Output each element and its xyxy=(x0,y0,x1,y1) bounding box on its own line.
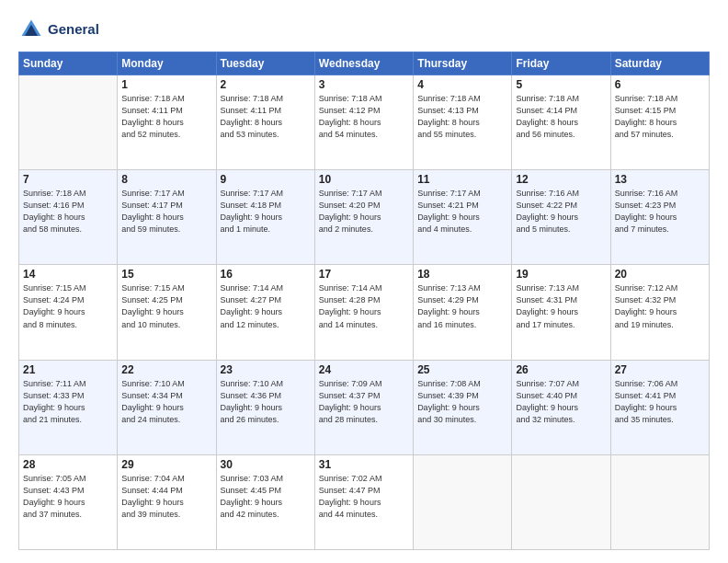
weekday-header-row: SundayMondayTuesdayWednesdayThursdayFrid… xyxy=(19,52,710,75)
calendar-cell: 27Sunrise: 7:06 AMSunset: 4:41 PMDayligh… xyxy=(610,360,709,454)
day-number: 3 xyxy=(319,78,409,91)
day-info: Sunrise: 7:07 AMSunset: 4:40 PMDaylight:… xyxy=(516,378,606,426)
day-info: Sunrise: 7:17 AMSunset: 4:21 PMDaylight:… xyxy=(417,188,507,236)
calendar-cell: 18Sunrise: 7:13 AMSunset: 4:29 PMDayligh… xyxy=(414,265,512,360)
day-number: 1 xyxy=(121,78,211,91)
weekday-header-saturday: Saturday xyxy=(610,52,709,75)
day-info: Sunrise: 7:13 AMSunset: 4:29 PMDaylight:… xyxy=(417,282,507,330)
calendar-cell: 9Sunrise: 7:17 AMSunset: 4:18 PMDaylight… xyxy=(216,170,314,265)
day-info: Sunrise: 7:18 AMSunset: 4:11 PMDaylight:… xyxy=(221,93,311,141)
weekday-header-sunday: Sunday xyxy=(19,52,118,75)
day-number: 20 xyxy=(615,268,705,281)
calendar-week-1: 1Sunrise: 7:18 AMSunset: 4:11 PMDaylight… xyxy=(19,75,710,170)
day-info: Sunrise: 7:18 AMSunset: 4:12 PMDaylight:… xyxy=(319,93,409,141)
day-number: 26 xyxy=(516,363,606,376)
day-info: Sunrise: 7:13 AMSunset: 4:31 PMDaylight:… xyxy=(516,282,606,330)
calendar-cell: 3Sunrise: 7:18 AMSunset: 4:12 PMDaylight… xyxy=(314,75,413,170)
day-number: 24 xyxy=(319,363,409,376)
day-number: 25 xyxy=(417,363,507,376)
day-info: Sunrise: 7:14 AMSunset: 4:28 PMDaylight:… xyxy=(319,282,409,330)
day-info: Sunrise: 7:04 AMSunset: 4:44 PMDaylight:… xyxy=(121,473,211,521)
day-info: Sunrise: 7:17 AMSunset: 4:20 PMDaylight:… xyxy=(319,188,409,236)
day-info: Sunrise: 7:09 AMSunset: 4:37 PMDaylight:… xyxy=(319,378,409,426)
day-info: Sunrise: 7:06 AMSunset: 4:41 PMDaylight:… xyxy=(615,378,705,426)
header: General xyxy=(18,17,710,42)
day-number: 29 xyxy=(121,458,211,471)
day-info: Sunrise: 7:17 AMSunset: 4:18 PMDaylight:… xyxy=(221,188,311,236)
day-number: 28 xyxy=(23,458,113,471)
day-number: 2 xyxy=(221,78,311,91)
day-number: 23 xyxy=(221,363,311,376)
day-info: Sunrise: 7:05 AMSunset: 4:43 PMDaylight:… xyxy=(23,473,113,521)
day-number: 12 xyxy=(516,173,606,186)
day-number: 7 xyxy=(23,173,113,186)
calendar-cell: 2Sunrise: 7:18 AMSunset: 4:11 PMDaylight… xyxy=(216,75,314,170)
page: General SundayMondayTuesdayWednesdayThur… xyxy=(0,0,728,563)
calendar-cell: 4Sunrise: 7:18 AMSunset: 4:13 PMDaylight… xyxy=(414,75,512,170)
logo-text: General xyxy=(48,22,99,38)
calendar-cell: 17Sunrise: 7:14 AMSunset: 4:28 PMDayligh… xyxy=(314,265,413,360)
calendar-cell: 13Sunrise: 7:16 AMSunset: 4:23 PMDayligh… xyxy=(610,170,709,265)
day-number: 14 xyxy=(23,268,113,281)
day-info: Sunrise: 7:18 AMSunset: 4:15 PMDaylight:… xyxy=(615,93,705,141)
day-info: Sunrise: 7:12 AMSunset: 4:32 PMDaylight:… xyxy=(615,282,705,330)
day-number: 11 xyxy=(417,173,507,186)
calendar-cell: 11Sunrise: 7:17 AMSunset: 4:21 PMDayligh… xyxy=(414,170,512,265)
day-info: Sunrise: 7:14 AMSunset: 4:27 PMDaylight:… xyxy=(221,282,311,330)
calendar-cell: 22Sunrise: 7:10 AMSunset: 4:34 PMDayligh… xyxy=(118,360,216,454)
day-number: 17 xyxy=(319,268,409,281)
day-info: Sunrise: 7:17 AMSunset: 4:17 PMDaylight:… xyxy=(121,188,211,236)
calendar-cell: 1Sunrise: 7:18 AMSunset: 4:11 PMDaylight… xyxy=(118,75,216,170)
day-info: Sunrise: 7:16 AMSunset: 4:23 PMDaylight:… xyxy=(615,188,705,236)
calendar-cell: 20Sunrise: 7:12 AMSunset: 4:32 PMDayligh… xyxy=(610,265,709,360)
weekday-header-wednesday: Wednesday xyxy=(314,52,413,75)
day-number: 16 xyxy=(221,268,311,281)
day-info: Sunrise: 7:15 AMSunset: 4:25 PMDaylight:… xyxy=(121,282,211,330)
calendar-cell: 8Sunrise: 7:17 AMSunset: 4:17 PMDaylight… xyxy=(118,170,216,265)
calendar-cell: 21Sunrise: 7:11 AMSunset: 4:33 PMDayligh… xyxy=(19,360,118,454)
calendar-cell: 10Sunrise: 7:17 AMSunset: 4:20 PMDayligh… xyxy=(314,170,413,265)
calendar-cell xyxy=(414,454,512,549)
calendar-cell: 23Sunrise: 7:10 AMSunset: 4:36 PMDayligh… xyxy=(216,360,314,454)
calendar-week-4: 21Sunrise: 7:11 AMSunset: 4:33 PMDayligh… xyxy=(19,360,710,454)
calendar-cell: 19Sunrise: 7:13 AMSunset: 4:31 PMDayligh… xyxy=(512,265,610,360)
calendar-cell: 26Sunrise: 7:07 AMSunset: 4:40 PMDayligh… xyxy=(512,360,610,454)
day-info: Sunrise: 7:02 AMSunset: 4:47 PMDaylight:… xyxy=(319,473,409,521)
day-number: 30 xyxy=(221,458,311,471)
day-info: Sunrise: 7:18 AMSunset: 4:13 PMDaylight:… xyxy=(417,93,507,141)
calendar-cell: 5Sunrise: 7:18 AMSunset: 4:14 PMDaylight… xyxy=(512,75,610,170)
logo: General xyxy=(18,17,99,42)
calendar-cell xyxy=(19,75,118,170)
calendar-cell: 28Sunrise: 7:05 AMSunset: 4:43 PMDayligh… xyxy=(19,454,118,549)
day-info: Sunrise: 7:18 AMSunset: 4:11 PMDaylight:… xyxy=(121,93,211,141)
day-number: 6 xyxy=(615,78,705,91)
day-info: Sunrise: 7:08 AMSunset: 4:39 PMDaylight:… xyxy=(417,378,507,426)
calendar-cell: 6Sunrise: 7:18 AMSunset: 4:15 PMDaylight… xyxy=(610,75,709,170)
day-info: Sunrise: 7:11 AMSunset: 4:33 PMDaylight:… xyxy=(23,378,113,426)
day-number: 21 xyxy=(23,363,113,376)
day-number: 22 xyxy=(121,363,211,376)
calendar-cell: 29Sunrise: 7:04 AMSunset: 4:44 PMDayligh… xyxy=(118,454,216,549)
calendar-cell: 14Sunrise: 7:15 AMSunset: 4:24 PMDayligh… xyxy=(19,265,118,360)
day-number: 5 xyxy=(516,78,606,91)
day-number: 13 xyxy=(615,173,705,186)
calendar-cell: 30Sunrise: 7:03 AMSunset: 4:45 PMDayligh… xyxy=(216,454,314,549)
day-number: 18 xyxy=(417,268,507,281)
calendar-cell: 31Sunrise: 7:02 AMSunset: 4:47 PMDayligh… xyxy=(314,454,413,549)
calendar-week-5: 28Sunrise: 7:05 AMSunset: 4:43 PMDayligh… xyxy=(19,454,710,549)
calendar-cell: 12Sunrise: 7:16 AMSunset: 4:22 PMDayligh… xyxy=(512,170,610,265)
day-number: 31 xyxy=(319,458,409,471)
day-number: 8 xyxy=(121,173,211,186)
day-info: Sunrise: 7:15 AMSunset: 4:24 PMDaylight:… xyxy=(23,282,113,330)
day-number: 19 xyxy=(516,268,606,281)
calendar-cell: 25Sunrise: 7:08 AMSunset: 4:39 PMDayligh… xyxy=(414,360,512,454)
calendar-cell: 24Sunrise: 7:09 AMSunset: 4:37 PMDayligh… xyxy=(314,360,413,454)
day-number: 27 xyxy=(615,363,705,376)
calendar-cell: 16Sunrise: 7:14 AMSunset: 4:27 PMDayligh… xyxy=(216,265,314,360)
calendar-week-3: 14Sunrise: 7:15 AMSunset: 4:24 PMDayligh… xyxy=(19,265,710,360)
day-info: Sunrise: 7:16 AMSunset: 4:22 PMDaylight:… xyxy=(516,188,606,236)
day-info: Sunrise: 7:10 AMSunset: 4:34 PMDaylight:… xyxy=(121,378,211,426)
day-info: Sunrise: 7:18 AMSunset: 4:16 PMDaylight:… xyxy=(23,188,113,236)
calendar-table: SundayMondayTuesdayWednesdayThursdayFrid… xyxy=(18,52,710,550)
day-info: Sunrise: 7:03 AMSunset: 4:45 PMDaylight:… xyxy=(221,473,311,521)
